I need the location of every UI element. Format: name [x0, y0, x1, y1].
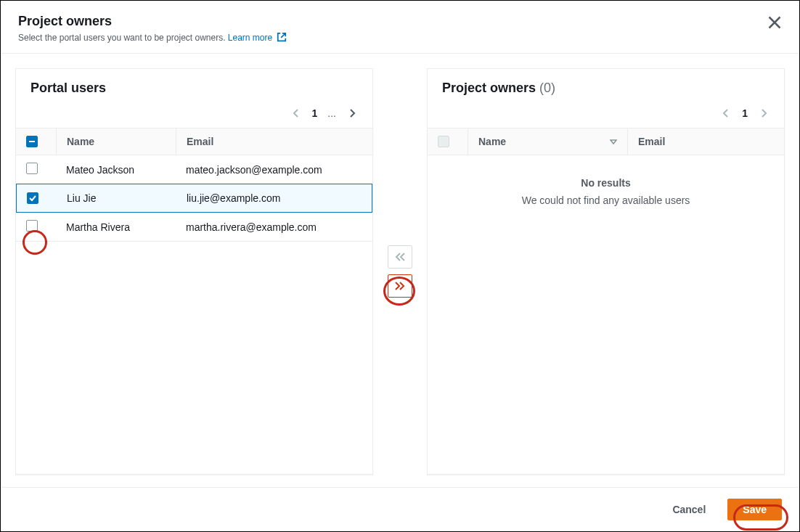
table-row[interactable]: Liu Jie liu.jie@example.com: [16, 184, 372, 213]
portal-users-table: Name Email Mateo Jackson mateo.jackson@e…: [16, 128, 372, 242]
row-checkbox[interactable]: [27, 192, 38, 204]
right-name-header[interactable]: Name: [468, 128, 627, 155]
owners-count: (0): [539, 81, 555, 95]
project-owners-panel: Project owners (0) 1: [427, 68, 785, 475]
user-email: martha.rivera@example.com: [176, 216, 372, 239]
left-panel-header: Portal users: [16, 69, 372, 103]
right-page-number: 1: [742, 107, 748, 119]
empty-state: No results We could not find any availab…: [428, 155, 784, 228]
double-chevron-right-icon: [394, 281, 406, 291]
user-email: liu.jie@example.com: [176, 187, 372, 210]
right-table-header: Name Email: [428, 128, 784, 155]
project-owners-table: Name Email No results We could not find …: [428, 128, 784, 228]
learn-more-link[interactable]: Learn more: [228, 33, 287, 43]
right-next-page-button[interactable]: [758, 107, 770, 119]
chevron-right-icon: [348, 108, 356, 118]
row-checkbox[interactable]: [26, 163, 38, 174]
left-name-header[interactable]: Name: [56, 128, 176, 155]
modal-footer: Cancel Save: [1, 487, 799, 531]
left-prev-page-button[interactable]: [290, 107, 302, 119]
left-page-number: 1: [312, 107, 318, 119]
select-all-checkbox[interactable]: [438, 136, 449, 147]
sort-icon: [610, 138, 617, 145]
subtitle-text: Select the portal users you want to be p…: [18, 33, 226, 43]
table-row[interactable]: Martha Rivera martha.rivera@example.com: [16, 213, 372, 242]
move-left-button[interactable]: [388, 245, 412, 269]
close-icon: [767, 15, 782, 30]
row-checkbox[interactable]: [26, 220, 38, 232]
cancel-button[interactable]: Cancel: [659, 498, 719, 521]
modal-body: Portal users 1 ... Name Email: [1, 54, 799, 489]
modal-title: Project owners: [18, 14, 782, 29]
left-select-all-header: [16, 128, 56, 155]
right-select-all-header: [428, 128, 468, 155]
user-name: Martha Rivera: [56, 216, 176, 239]
chevron-left-icon: [722, 108, 730, 118]
left-next-page-button[interactable]: [346, 107, 358, 119]
left-pagination: 1 ...: [16, 103, 372, 128]
right-name-label: Name: [478, 136, 506, 147]
portal-users-panel: Portal users 1 ... Name Email: [15, 68, 373, 475]
chevron-right-icon: [760, 108, 767, 118]
right-title-text: Project owners: [442, 81, 536, 95]
user-name: Liu Jie: [57, 187, 176, 210]
left-table-body: Mateo Jackson mateo.jackson@example.com …: [16, 155, 372, 242]
right-panel-header: Project owners (0): [428, 69, 784, 103]
save-button[interactable]: Save: [727, 499, 782, 520]
project-owners-modal: Project owners Select the portal users y…: [0, 0, 800, 532]
learn-more-label: Learn more: [228, 33, 272, 43]
close-button[interactable]: [767, 15, 782, 30]
select-all-checkbox[interactable]: [26, 136, 38, 147]
modal-header: Project owners Select the portal users y…: [1, 1, 799, 54]
transfer-controls: [382, 68, 418, 475]
move-right-button[interactable]: [388, 274, 412, 298]
right-email-header[interactable]: Email: [627, 128, 784, 155]
right-prev-page-button[interactable]: [720, 107, 732, 119]
left-email-header[interactable]: Email: [176, 128, 372, 155]
empty-subtitle: We could not find any available users: [442, 195, 770, 206]
modal-subtitle: Select the portal users you want to be p…: [18, 32, 782, 43]
table-row[interactable]: Mateo Jackson mateo.jackson@example.com: [16, 155, 372, 184]
external-link-icon: [277, 32, 287, 42]
left-page-ellipsis: ...: [327, 107, 336, 119]
double-chevron-left-icon: [394, 252, 406, 262]
left-table-header: Name Email: [16, 128, 372, 155]
user-name: Mateo Jackson: [56, 158, 176, 181]
user-email: mateo.jackson@example.com: [176, 158, 372, 181]
right-pagination: 1: [428, 103, 784, 128]
project-owners-title: Project owners (0): [442, 81, 770, 96]
portal-users-title: Portal users: [30, 81, 358, 96]
empty-title: No results: [442, 177, 770, 189]
chevron-left-icon: [293, 108, 300, 118]
